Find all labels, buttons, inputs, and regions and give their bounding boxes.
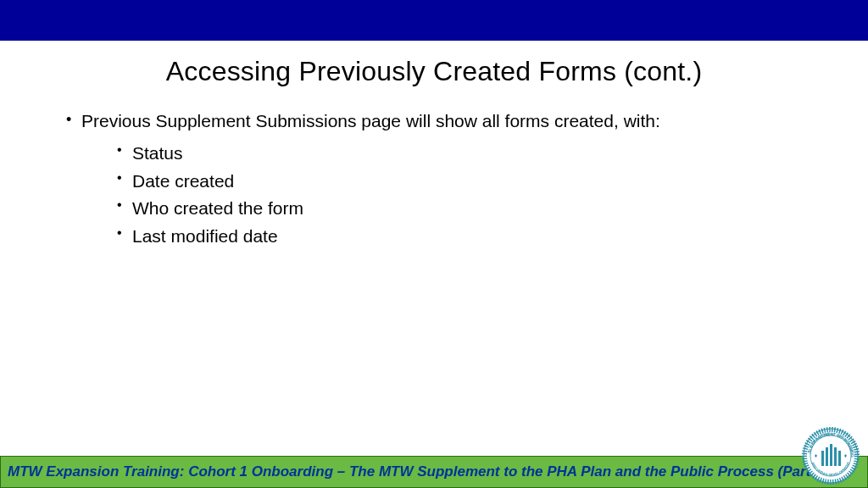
- svg-rect-10: [830, 444, 832, 466]
- top-bar: [0, 0, 868, 41]
- list-item: Previous Supplement Submissions page wil…: [66, 109, 817, 251]
- sub-bullet-text: Last modified date: [132, 226, 278, 246]
- svg-rect-12: [838, 451, 841, 466]
- list-item: Date created: [117, 168, 817, 196]
- main-bullet-list: Previous Supplement Submissions page wil…: [66, 109, 817, 251]
- svg-rect-9: [826, 447, 828, 466]
- list-item: Status: [117, 140, 817, 168]
- content-area: Previous Supplement Submissions page wil…: [0, 87, 868, 251]
- footer-text: MTW Expansion Training: Cohort 1 Onboard…: [8, 463, 827, 480]
- list-item: Last modified date: [117, 223, 817, 251]
- page-title: Accessing Previously Created Forms (cont…: [0, 56, 868, 87]
- sub-bullet-text: Who created the form: [132, 198, 303, 218]
- list-item: Who created the form: [117, 195, 817, 223]
- footer-bar: MTW Expansion Training: Cohort 1 Onboard…: [0, 456, 868, 488]
- sub-bullet-text: Status: [132, 143, 183, 163]
- hud-seal-icon: U.S. DEPARTMENT OF HOUSING U.S. DEPARTME…: [802, 427, 860, 485]
- svg-rect-11: [834, 447, 837, 466]
- main-bullet-text: Previous Supplement Submissions page wil…: [81, 111, 660, 130]
- sub-bullet-list: Status Date created Who created the form…: [117, 140, 817, 250]
- sub-bullet-text: Date created: [132, 171, 234, 191]
- svg-rect-8: [821, 451, 824, 466]
